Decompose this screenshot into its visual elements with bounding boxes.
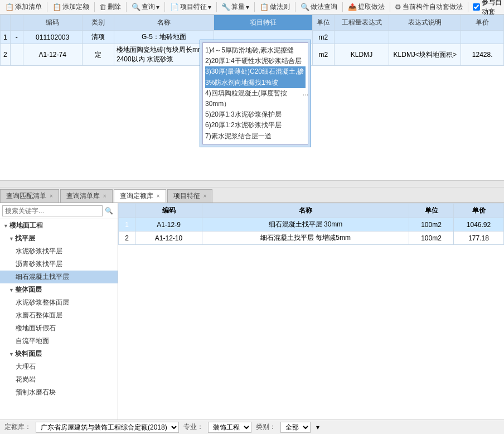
tree-item-find-layer[interactable]: ▼ 找平层: [0, 232, 118, 245]
add-list-icon: 📋: [5, 3, 14, 11]
status-bar: 定额库： 广东省房屋建筑与装饰工程综合定额(2018) 专业： 装饰工程 类别：…: [0, 419, 504, 434]
category-select[interactable]: 全部: [280, 422, 311, 433]
add-quota-icon: 📋: [52, 3, 61, 11]
quota-col-unit: 单位: [409, 204, 454, 218]
query-arrow-icon: ▾: [156, 3, 159, 11]
tree-item-self-flow[interactable]: 自流平地面: [0, 335, 118, 348]
extract-method-button[interactable]: 📤 提取做法: [345, 1, 387, 13]
col-expr-desc-header: 表达式说明: [389, 15, 461, 31]
add-list-button[interactable]: 📋 添加清单: [2, 1, 45, 13]
sep3: [126, 2, 127, 12]
tab-match-list-close[interactable]: ×: [50, 193, 53, 199]
item-feature-button[interactable]: 📄 项目特征 ▾: [167, 1, 214, 13]
col-expand-header: [10, 15, 23, 31]
col-code-header: 编码: [23, 15, 82, 31]
tab-item-feature-close[interactable]: ×: [203, 193, 207, 199]
col-unit-header: 单位: [312, 15, 334, 31]
db-label: 定额库：: [4, 422, 31, 432]
row1-expr-desc: [389, 31, 461, 44]
toolbar: 📋 添加清单 📋 添加定额 🗑 删除 🔍 查询 ▾ 📄 项目特征 ▾ 🔧 算量 …: [0, 0, 504, 15]
item-feature-icon: 📄: [170, 3, 179, 11]
popup-line-5: 5)20厚1:3水泥砂浆保护层: [205, 109, 306, 120]
right-content-area[interactable]: 编码 名称 单位 单价 1 A1-12-9 细石混凝土找平层 30mm 100m…: [118, 203, 504, 419]
sep4: [164, 2, 165, 12]
row1-expand[interactable]: -: [10, 31, 23, 44]
tree-item-prefab-grind[interactable]: 预制水磨石块: [0, 386, 118, 399]
make-query-button[interactable]: 🔍 做法查询: [298, 1, 340, 13]
db-select[interactable]: 广东省房屋建筑与装饰工程综合定额(2018): [36, 422, 179, 433]
tree-item-marble[interactable]: 大理石: [0, 360, 118, 373]
tree-item-block-layer[interactable]: ▼ 块料面层: [0, 348, 118, 360]
tab-item-feature[interactable]: 项目特征 ×: [167, 189, 213, 202]
popup-line-1: 1)4～5厚防滑地砖,素水泥擦缝: [205, 45, 306, 56]
arrow-whole-surface: ▼: [9, 287, 14, 293]
extract-icon: 📤: [348, 3, 357, 11]
add-quota-button[interactable]: 📋 添加定额: [50, 1, 92, 13]
tree-item-grind-stone[interactable]: 水磨石整体面层: [0, 309, 118, 322]
search-input[interactable]: [2, 205, 103, 216]
sep9: [390, 2, 390, 12]
join-auto-checkbox[interactable]: [473, 3, 480, 11]
tree-item-floor-work[interactable]: ▼ 楼地面工程: [0, 219, 118, 232]
category-arrow: ▾: [316, 423, 319, 431]
quota-col-code: 编码: [135, 204, 202, 218]
arrow-floor-work: ▼: [3, 223, 8, 229]
row1-name: G-5：地砖地面: [114, 31, 214, 44]
arrow-block-layer: ▼: [9, 351, 14, 357]
tab-query-quota[interactable]: 查询定额库 ×: [114, 189, 166, 202]
tree-item-whole-surface[interactable]: ▼ 整体面层: [0, 283, 118, 296]
delete-button[interactable]: 🗑 删除: [96, 1, 124, 13]
quota-row-2[interactable]: 2 A1-12-10 细石混凝土找平层 每增减5mm 100m2 177.18: [119, 232, 504, 245]
row1-expr: [334, 31, 389, 44]
row2-expand: [10, 44, 23, 66]
feature-popup[interactable]: 1)4～5厚防滑地砖,素水泥擦缝 2)20厚1:4干硬性水泥砂浆结合层 3)30…: [200, 40, 311, 147]
query-icon: 🔍: [132, 3, 140, 11]
calculate-button[interactable]: 🔧 算量 ▾: [219, 1, 252, 13]
feature-popup-content: 1)4～5厚防滑地砖,素水泥擦缝 2)20厚1:4干硬性水泥砂浆结合层 3)30…: [202, 42, 308, 144]
quota-row1-name: 细石混凝土找平层 30mm: [202, 218, 409, 232]
category-label: 类别：: [256, 422, 276, 432]
quota-row-1[interactable]: 1 A1-12-9 细石混凝土找平层 30mm 100m2 1046.92: [119, 218, 504, 232]
col-num-header: [1, 15, 11, 31]
query-button[interactable]: 🔍 查询 ▾: [129, 1, 162, 13]
row2-expr-desc: KLDMJ<块料地面积>: [389, 44, 461, 66]
popup-line-6: 6)20厚1:2水泥砂浆找平层: [205, 120, 306, 131]
arrow-find-layer: ▼: [9, 236, 14, 242]
bottom-panel: 查询匹配清单 × 查询清单库 × 查询定额库 × 项目特征 × 🔍 ▼ 楼地面工…: [0, 187, 504, 434]
quota-row1-code: A1-12-9: [135, 218, 202, 232]
quota-row1-price: 1046.92: [454, 218, 504, 232]
tree-item-floor-new-stone[interactable]: 楼地面斩假石: [0, 322, 118, 335]
tab-query-quota-close[interactable]: ×: [157, 193, 160, 199]
tree-item-granite[interactable]: 花岗岩: [0, 373, 118, 386]
search-icon[interactable]: 🔍: [103, 206, 115, 216]
sep10: [468, 2, 468, 12]
tree-item-fine-concrete[interactable]: 细石混凝土找平层: [0, 271, 118, 283]
make-query-icon: 🔍: [301, 3, 309, 11]
tab-match-list[interactable]: 查询匹配清单 ×: [0, 189, 59, 202]
quota-col-num: [119, 204, 135, 218]
specialty-select[interactable]: 装饰工程: [208, 422, 251, 433]
sep2: [94, 2, 95, 12]
popup-line-3: 3)30厚(最薄处)C20细石混凝土,掺3%防水剂向地漏找1%坡: [205, 66, 306, 88]
delete-icon: 🗑: [99, 3, 106, 11]
top-scrollbar[interactable]: [0, 180, 504, 187]
tabs-bar: 查询匹配清单 × 查询清单库 × 查询定额库 × 项目特征 ×: [0, 187, 504, 203]
auto-make-button[interactable]: ⚙ 当前构件自动套做法: [392, 1, 466, 13]
col-category-header: 类别: [82, 15, 114, 31]
row2-name: 楼地面陶瓷地砖(每块周长mm)2400以内 水泥砂浆: [114, 44, 214, 66]
sep8: [342, 2, 343, 12]
tab-query-list-close[interactable]: ×: [103, 193, 106, 199]
quota-col-name: 名称: [202, 204, 409, 218]
quota-row2-price: 177.18: [454, 232, 504, 245]
top-table-area: 编码 类别 名称 项目特征 单位 工程量表达式 表达式说明 单价 1 - 011…: [0, 15, 504, 187]
make-method-button[interactable]: 📋 做法则: [257, 1, 293, 13]
tree-item-asphalt-sand[interactable]: 沥青砂浆找平层: [0, 258, 118, 271]
popup-ellipsis[interactable]: ...: [303, 88, 308, 98]
quota-row2-num: 2: [119, 232, 135, 245]
tree-item-cement-whole[interactable]: 水泥砂浆整体面层: [0, 296, 118, 309]
tab-query-list[interactable]: 查询清单库 ×: [60, 189, 113, 202]
popup-line-2: 2)20厚1:4干硬性水泥砂浆结合层: [205, 56, 306, 66]
row2-code: A1-12-74: [23, 44, 82, 66]
tree-item-cement-sand[interactable]: 水泥砂浆找平层: [0, 245, 118, 258]
popup-line-7: 7)素水泥浆结合层一道: [205, 131, 306, 142]
